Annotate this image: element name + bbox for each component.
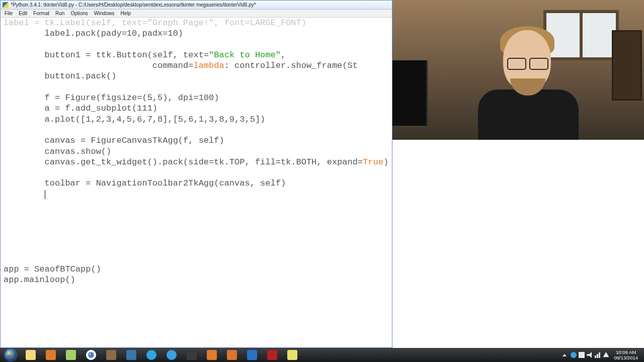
- code-keyword: lambda: [193, 61, 224, 70]
- menu-options[interactable]: Options: [67, 10, 91, 17]
- notepadpp-icon[interactable]: [60, 348, 80, 361]
- code-line: f = Figure(figsize=(5,5), dpi=100): [4, 93, 219, 103]
- code-line: canvas.get_tk_widget().pack(side=tk.TOP,…: [4, 157, 363, 167]
- text-cursor: [45, 190, 45, 199]
- teamviewer-icon[interactable]: [242, 348, 262, 361]
- clock-time: 10:06 AM: [614, 349, 638, 355]
- code-line: label = tk.Label(self, text="Graph Page!…: [4, 18, 306, 28]
- menu-format[interactable]: Format: [30, 10, 52, 17]
- menu-run[interactable]: Run: [52, 10, 67, 17]
- code-line: canvas.show(): [4, 147, 111, 156]
- presenter: [478, 30, 569, 140]
- action-center-icon[interactable]: [603, 352, 609, 358]
- code-keyword: True: [363, 157, 383, 167]
- code-line: app = SeaofBTCapp(): [4, 264, 101, 274]
- windows-orb-icon: [5, 349, 16, 360]
- code-line: command=: [4, 61, 193, 70]
- start-button[interactable]: [1, 348, 20, 361]
- idle-icon[interactable]: [121, 348, 141, 361]
- explorer-icon[interactable]: [20, 348, 40, 361]
- code-string: "Back to Home": [209, 50, 281, 60]
- network-icon[interactable]: [595, 352, 601, 358]
- window-title: *Python 3.4.1: tkinterVid8.py - C:/Users…: [11, 2, 256, 8]
- tray-icon[interactable]: [579, 352, 585, 358]
- code-editor[interactable]: label = tk.Label(self, text="Graph Page!…: [1, 18, 392, 347]
- menubar: File Edit Format Run Options Windows Hel…: [1, 10, 392, 18]
- code-line: [4, 190, 45, 199]
- code-line: a.plot([1,2,3,4,5,6,7,8],[5,6,1,3,8,9,3,…: [4, 115, 265, 124]
- code-line: label.pack(pady=10,padx=10): [4, 29, 183, 38]
- code-line: canvas = FigureCanvasTkAgg(f, self): [4, 136, 224, 145]
- editor-continuation: [392, 140, 644, 348]
- code-line: toolbar = NavigationToolbar2TkAgg(canvas…: [4, 178, 286, 188]
- python-icon: [3, 2, 9, 8]
- putty-icon[interactable]: [282, 348, 302, 361]
- menu-help[interactable]: Help: [117, 10, 134, 17]
- tray-expand-icon[interactable]: [562, 354, 567, 356]
- wmp-icon[interactable]: [40, 348, 60, 361]
- blender-icon[interactable]: [221, 348, 242, 361]
- menu-windows[interactable]: Windows: [91, 10, 118, 17]
- filezilla-icon[interactable]: [262, 348, 282, 361]
- speaker-icon[interactable]: [587, 352, 593, 358]
- code-line: a = f.add_subplot(111): [4, 104, 157, 113]
- webcam-overlay: [392, 0, 644, 140]
- firefox-icon[interactable]: [201, 348, 221, 361]
- idle-editor-window: *Python 3.4.1: tkinterVid8.py - C:/Users…: [0, 0, 392, 348]
- gimp-icon[interactable]: [101, 348, 121, 361]
- taskbar: 10:06 AM 09/13/2014: [0, 348, 644, 362]
- menu-file[interactable]: File: [2, 10, 16, 17]
- chrome-icon[interactable]: [80, 348, 101, 361]
- code-line: app.mainloop(): [4, 275, 75, 285]
- glasses-icon: [507, 58, 548, 69]
- titlebar[interactable]: *Python 3.4.1: tkinterVid8.py - C:/Users…: [1, 1, 392, 10]
- clock-date: 09/13/2014: [614, 355, 638, 360]
- ie-icon[interactable]: [161, 348, 181, 361]
- skype-icon[interactable]: [141, 348, 161, 361]
- clock[interactable]: 10:06 AM 09/13/2014: [611, 349, 641, 360]
- bookshelf: [612, 30, 642, 101]
- code-line: button1 = ttk.Button(self, text=: [4, 50, 209, 60]
- system-tray[interactable]: 10:06 AM 09/13/2014: [562, 349, 644, 360]
- monitor-edge: [392, 60, 428, 126]
- obs-icon[interactable]: [181, 348, 201, 361]
- code-line: button1.pack(): [4, 71, 116, 81]
- tray-icon[interactable]: [571, 352, 577, 358]
- menu-edit[interactable]: Edit: [16, 10, 30, 17]
